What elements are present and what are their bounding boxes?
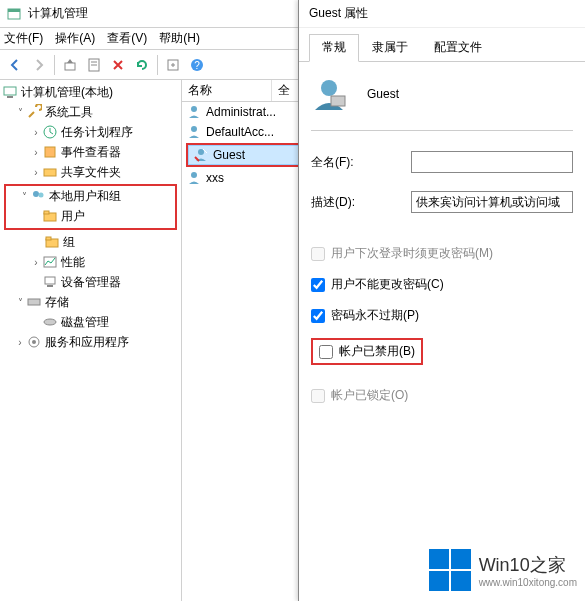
checkbox-never-expires[interactable]: [311, 309, 325, 323]
user-avatar-icon: [311, 76, 347, 112]
svg-text:?: ?: [194, 60, 200, 71]
svg-rect-23: [28, 299, 40, 305]
expand-icon[interactable]: ›: [30, 257, 42, 268]
services-icon: [26, 334, 42, 350]
app-icon: [6, 6, 22, 22]
fullname-input[interactable]: [411, 151, 573, 173]
separator: [157, 55, 158, 75]
svg-rect-32: [331, 96, 345, 106]
tree-groups[interactable]: 组: [0, 232, 181, 252]
checkbox-must-change: [311, 247, 325, 261]
tree-task-scheduler[interactable]: › 任务计划程序: [0, 122, 181, 142]
check-must-change: 用户下次登录时须更改密码(M): [311, 245, 573, 262]
description-row: 描述(D):: [311, 191, 573, 213]
tools-icon: [26, 104, 42, 120]
up-button[interactable]: [59, 54, 81, 76]
svg-point-27: [191, 106, 197, 112]
users-icon: [30, 188, 46, 204]
svg-point-26: [32, 340, 36, 344]
checkbox-cannot-change[interactable]: [311, 278, 325, 292]
svg-point-14: [33, 191, 39, 197]
folder-icon: [44, 234, 60, 250]
svg-rect-12: [45, 147, 55, 157]
folder-icon: [42, 208, 58, 224]
properties-dialog: Guest 属性 常规 隶属于 配置文件 Guest 全名(F): 描述(D):…: [298, 0, 585, 601]
tree-storage[interactable]: ˅ 存储: [0, 292, 181, 312]
svg-rect-2: [65, 63, 75, 70]
perf-icon: [42, 254, 58, 270]
back-button[interactable]: [4, 54, 26, 76]
highlighted-tree-group: ˅ 本地用户和组 用户: [4, 184, 177, 230]
user-icon: [186, 104, 202, 120]
windows-logo-icon: [429, 549, 471, 591]
refresh-button[interactable]: [131, 54, 153, 76]
storage-icon: [26, 294, 42, 310]
check-locked: 帐户已锁定(O): [311, 387, 573, 404]
collapse-icon[interactable]: ˅: [14, 107, 26, 118]
menu-view[interactable]: 查看(V): [107, 30, 147, 47]
svg-rect-21: [45, 277, 55, 284]
user-icon: [186, 170, 202, 186]
dialog-title: Guest 属性: [299, 0, 585, 28]
help-button[interactable]: ?: [186, 54, 208, 76]
svg-rect-10: [7, 96, 13, 98]
watermark-text: Win10之家 www.win10xitong.com: [479, 553, 577, 588]
user-name-label: Guest: [367, 87, 399, 101]
tree-disk-management[interactable]: 磁盘管理: [0, 312, 181, 332]
separator: [54, 55, 55, 75]
collapse-icon[interactable]: ˅: [14, 297, 26, 308]
menu-action[interactable]: 操作(A): [55, 30, 95, 47]
watermark: Win10之家 www.win10xitong.com: [429, 549, 577, 591]
tree-shared-folders[interactable]: › 共享文件夹: [0, 162, 181, 182]
tree-users[interactable]: 用户: [6, 206, 175, 226]
menu-file[interactable]: 文件(F): [4, 30, 43, 47]
fullname-row: 全名(F):: [311, 151, 573, 173]
check-never-expires[interactable]: 密码永不过期(P): [311, 307, 573, 324]
book-icon: [42, 144, 58, 160]
svg-rect-9: [4, 87, 16, 95]
description-input[interactable]: [411, 191, 573, 213]
tree-event-viewer[interactable]: › 事件查看器: [0, 142, 181, 162]
dialog-body: Guest 全名(F): 描述(D): 用户下次登录时须更改密码(M) 用户不能…: [299, 62, 585, 432]
tree-local-users-groups[interactable]: ˅ 本地用户和组: [6, 186, 175, 206]
tab-strip: 常规 隶属于 配置文件: [299, 28, 585, 62]
svg-rect-19: [46, 237, 51, 240]
tab-general[interactable]: 常规: [309, 34, 359, 62]
clock-icon: [42, 124, 58, 140]
tree-performance[interactable]: › 性能: [0, 252, 181, 272]
tree-root[interactable]: 计算机管理(本地): [0, 82, 181, 102]
tab-member-of[interactable]: 隶属于: [359, 34, 421, 61]
highlighted-check-disabled: 帐户已禁用(B): [311, 338, 573, 379]
share-icon: [42, 164, 58, 180]
description-label: 描述(D):: [311, 194, 411, 211]
checkbox-account-disabled[interactable]: [319, 345, 333, 359]
menu-help[interactable]: 帮助(H): [159, 30, 200, 47]
svg-point-29: [198, 149, 204, 155]
disk-icon: [42, 314, 58, 330]
expand-icon[interactable]: ›: [14, 337, 26, 348]
expand-icon[interactable]: ›: [30, 147, 42, 158]
user-disabled-icon: [193, 147, 209, 163]
user-icon: [186, 124, 202, 140]
delete-button[interactable]: [107, 54, 129, 76]
check-cannot-change[interactable]: 用户不能更改密码(C): [311, 276, 573, 293]
svg-point-30: [191, 172, 197, 178]
collapse-icon[interactable]: ˅: [18, 191, 30, 202]
tree-services-apps[interactable]: › 服务和应用程序: [0, 332, 181, 352]
window-title: 计算机管理: [28, 5, 88, 22]
svg-point-24: [44, 319, 56, 325]
expand-icon[interactable]: ›: [30, 127, 42, 138]
svg-point-31: [321, 80, 337, 96]
tree-system-tools[interactable]: ˅ 系统工具: [0, 102, 181, 122]
properties-button[interactable]: [83, 54, 105, 76]
svg-rect-13: [44, 169, 56, 176]
tree-pane: 计算机管理(本地) ˅ 系统工具 › 任务计划程序 › 事件查看器 › 共享文件…: [0, 80, 182, 601]
svg-rect-22: [47, 285, 53, 287]
expand-icon[interactable]: ›: [30, 167, 42, 178]
check-account-disabled[interactable]: 帐户已禁用(B): [311, 338, 423, 365]
export-button[interactable]: [162, 54, 184, 76]
col-name[interactable]: 名称: [182, 80, 272, 101]
forward-button[interactable]: [28, 54, 50, 76]
tab-profile[interactable]: 配置文件: [421, 34, 495, 61]
tree-device-manager[interactable]: 设备管理器: [0, 272, 181, 292]
